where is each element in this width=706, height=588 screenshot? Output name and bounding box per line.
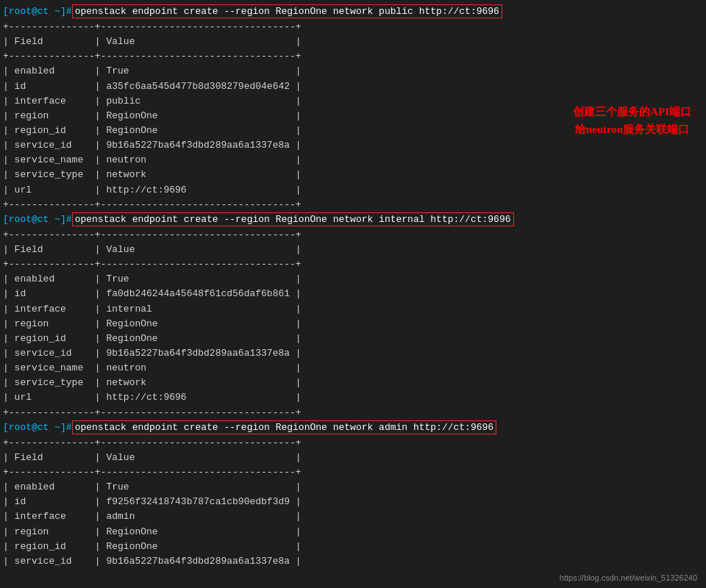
sep-top-public: +---------------+-----------------------… <box>3 20 703 35</box>
header-internal: | Field | Value | <box>3 243 703 257</box>
row-public-0: | enabled | True | <box>3 64 703 79</box>
row-internal-4: | region_id | RegionOne | <box>3 331 703 346</box>
cmd-line-internal: [root@ct ~]#openstack endpoint create --… <box>3 212 703 226</box>
header-admin: | Field | Value | <box>3 451 703 465</box>
cmd-box-public: openstack endpoint create --region Regio… <box>72 4 502 18</box>
row-internal-5: | service_id | 9b16a5227ba64f3dbd289aa6a… <box>3 346 703 361</box>
row-internal-8: | url | http://ct:9696 | <box>3 390 703 405</box>
row-public-5: | service_id | 9b16a5227ba64f3dbd289aa6a… <box>3 138 703 153</box>
row-internal-1: | id | fa0db246244a45648f61cd56daf6b861 … <box>3 287 703 301</box>
row-admin-5: | service_id | 9b16a5227ba64f3dbd289aa6a… <box>3 554 703 569</box>
row-admin-3: | region | RegionOne | <box>3 525 703 539</box>
row-admin-0: | enabled | True | <box>3 480 703 495</box>
row-internal-2: | interface | internal | <box>3 302 703 317</box>
row-public-7: | service_type | network | <box>3 168 703 182</box>
watermark: https://blog.csdn.net/weixin_51326240 <box>560 573 697 582</box>
sep-top-internal: +---------------+-----------------------… <box>3 228 703 243</box>
row-public-1: | id | a35fc6aa545d477b8d308279ed04e642 … <box>3 79 703 94</box>
terminal: [root@ct ~]#openstack endpoint create --… <box>0 0 706 588</box>
row-admin-4: | region_id | RegionOne | <box>3 539 703 554</box>
header-public: | Field | Value | <box>3 35 703 49</box>
sep-bot-internal: +---------------+-----------------------… <box>3 406 703 420</box>
sep-mid-admin: +---------------+-----------------------… <box>3 465 703 480</box>
cmd-box-admin: openstack endpoint create --region Regio… <box>72 420 497 434</box>
cmd-line-public: [root@ct ~]#openstack endpoint create --… <box>3 4 703 18</box>
row-internal-3: | region | RegionOne | <box>3 317 703 331</box>
annotation: 创建三个服务的API端口 给neutron服务关联端口 <box>573 103 691 138</box>
cmd-box-internal: openstack endpoint create --region Regio… <box>72 212 514 226</box>
sep-bot-public: +---------------+-----------------------… <box>3 198 703 212</box>
row-public-8: | url | http://ct:9696 | <box>3 183 703 198</box>
annotation-line1: 创建三个服务的API端口 <box>573 103 691 121</box>
prompt-admin: [root@ct ~]# <box>3 422 72 433</box>
sep-top-admin: +---------------+-----------------------… <box>3 436 703 451</box>
row-internal-7: | service_type | network | <box>3 376 703 390</box>
annotation-line2: 给neutron服务关联端口 <box>573 121 691 138</box>
row-admin-1: | id | f9256f32418743b787ca1cb90edbf3d9 … <box>3 495 703 509</box>
sep-mid-public: +---------------+-----------------------… <box>3 49 703 64</box>
row-internal-0: | enabled | True | <box>3 272 703 287</box>
row-public-6: | service_name | neutron | <box>3 153 703 168</box>
sep-mid-internal: +---------------+-----------------------… <box>3 257 703 272</box>
row-internal-6: | service_name | neutron | <box>3 361 703 376</box>
row-admin-2: | interface | admin | <box>3 509 703 524</box>
prompt-internal: [root@ct ~]# <box>3 214 72 225</box>
cmd-line-admin: [root@ct ~]#openstack endpoint create --… <box>3 420 703 434</box>
prompt-public: [root@ct ~]# <box>3 6 72 17</box>
